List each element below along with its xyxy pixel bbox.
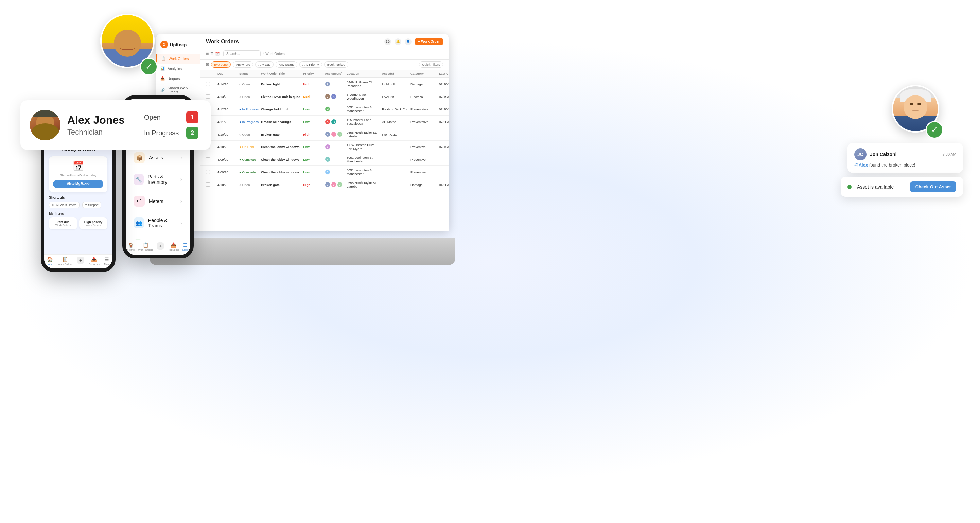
sidebar-item-analytics[interactable]: 📊 Analytics [156, 64, 200, 73]
wo-count: 4 Work Orders [262, 52, 285, 56]
phone2-menu-item-parts[interactable]: 🔧 Parts & Inventory › [129, 169, 188, 190]
filter-anywhere[interactable]: Anywhere [233, 61, 253, 68]
phone1-bottom-nav: 🏠 Home 📋 Work Orders + 📥 Requests ☰ More [44, 254, 112, 269]
row-location: 8051 Lexington St. Manchester [347, 105, 380, 113]
row-updated: 07/12/20 [439, 145, 449, 149]
table-row[interactable]: 4/10/20 ○ Open Broken gate High BCD 9655… [200, 128, 449, 141]
phone2-people-label: People & Teams [148, 218, 180, 228]
filter-card-high-priority[interactable]: High priority Work Orders [79, 218, 107, 229]
row-category: Electrical [410, 95, 438, 99]
assets-icon: 📦 [134, 152, 145, 163]
row-checkbox[interactable] [206, 157, 210, 161]
phone2-meters-label: Meters [149, 199, 164, 204]
phone2-menu-item-people[interactable]: 👥 People & Teams › [129, 213, 188, 233]
plus-icon[interactable]: + [77, 257, 84, 264]
filter-grid-icon[interactable]: ⊞ [206, 62, 209, 67]
alex-name: Alex Jones [67, 113, 137, 126]
row-due: 4/10/20 [218, 132, 238, 136]
table-row[interactable]: 4/13/20 ○ Open Fix the HVAC unit in quad… [200, 91, 449, 103]
phone2-nav-add[interactable]: + [157, 242, 164, 251]
row-priority: High [303, 132, 323, 136]
phone2-requests-icon: 📥 [170, 242, 177, 248]
phone1-nav-requests[interactable]: 📥 Requests [89, 257, 100, 266]
row-checkbox[interactable] [206, 94, 210, 99]
row-checkbox[interactable] [206, 183, 210, 186]
sidebar-item-work-orders[interactable]: 📋 Work Orders [156, 54, 200, 64]
table-row[interactable]: 4/12/20 ● In Progress Change forklift oi… [200, 103, 449, 116]
view-my-work-button[interactable]: View My Work [53, 180, 103, 188]
filter-bookmarked[interactable]: Bookmarked [324, 61, 348, 68]
alex-stats: Open 1 In Progress 2 [144, 111, 199, 139]
assignee-avatar: D [337, 182, 342, 187]
phone1-filter-cards: Past due Work Orders High priority Work … [49, 218, 107, 229]
filter-any-status[interactable]: Any Status [275, 61, 298, 68]
phone1-nav-more[interactable]: ☰ More [104, 257, 110, 266]
grid-view-icon[interactable]: ☰ [210, 52, 214, 56]
phone2-nav-wo[interactable]: 📋 Work Orders [138, 242, 153, 251]
assignee-avatar: C [331, 182, 336, 187]
filter-any-priority[interactable]: Any Priority [299, 61, 322, 68]
phone2-plus-icon[interactable]: + [157, 242, 164, 250]
row-title: Change forklift oil [261, 107, 302, 111]
row-checkbox[interactable] [206, 82, 210, 86]
row-status: ○ Open [239, 95, 259, 99]
table-row[interactable]: 4/09/20 ● Complete Clean the lobby windo… [200, 166, 449, 178]
phone1-nav-add[interactable]: + [77, 257, 84, 266]
table-row[interactable]: 4/10/20 ○ Open Broken gate High BCD 9655… [200, 178, 449, 191]
row-location: 8051 Lexington St. Manchester [347, 156, 380, 163]
phone1-nav-home[interactable]: 🏠 Home [46, 257, 53, 266]
phone2-menu-item-vendors[interactable]: 🛍 Vendors & Customers › [129, 234, 188, 240]
assignee-avatar: S [325, 144, 330, 149]
user-icon[interactable]: 👤 [405, 38, 412, 45]
wo-page-title: Work Orders [206, 39, 239, 45]
bell-icon[interactable]: 🔔 [395, 38, 401, 45]
assignee-avatar: B [325, 182, 330, 187]
phone1-cal-text: Start with what's due today [53, 174, 103, 177]
row-priority: High [303, 183, 323, 186]
table-row[interactable]: 4/14/20 ○ Open Broken light High A 8449 … [200, 78, 449, 91]
search-input[interactable] [223, 50, 261, 57]
shortcut-support[interactable]: ? Support [82, 202, 102, 208]
row-title: Fix the HVAC unit in quad [261, 95, 302, 99]
filter-past-due-title: Past due [52, 220, 75, 224]
list-view-icon[interactable]: ⊞ [206, 52, 209, 56]
alex-role: Technician [67, 128, 137, 137]
table-row[interactable]: 4/09/20 ● Complete Clean the lobby windo… [200, 153, 449, 166]
sidebar-item-shared-wo[interactable]: 🔗 Shared Work Orders [156, 83, 200, 97]
phone2-menu-item-meters[interactable]: ⏱ Meters › [129, 191, 188, 211]
row-checkbox[interactable] [206, 170, 210, 174]
upkeep-logo-icon: ⚙ [161, 41, 168, 48]
add-work-order-button[interactable]: + Work Order [415, 38, 443, 45]
assignee-avatar: R [325, 169, 330, 175]
checkout-asset-button[interactable]: Check-Out Asset [910, 181, 956, 192]
phone2-parts-left: 🔧 Parts & Inventory [134, 174, 180, 185]
col-updated: Last Updated [439, 72, 449, 75]
filter-any-day[interactable]: Any Day [255, 61, 274, 68]
phone2-nav-more[interactable]: ☰ More [183, 242, 189, 251]
calendar-view-icon[interactable]: 📅 [215, 52, 220, 56]
chat-time: 7:30 AM [943, 152, 956, 156]
alex-avatar [30, 110, 60, 140]
phone2-nav-requests[interactable]: 📥 Requests [167, 242, 179, 251]
table-row[interactable]: 4/11/20 ● In Progress Grease oil bearing… [200, 116, 449, 128]
row-location: 6 Vernon Ave. Woodhaven [347, 93, 380, 100]
table-row[interactable]: 4/10/20 ● On Hold Clean the lobby window… [200, 141, 449, 153]
filter-card-past-due[interactable]: Past due Work Orders [49, 218, 77, 229]
row-asset: AC Motor [382, 120, 409, 124]
phone2-nav-home[interactable]: 🏠 Home [127, 242, 135, 251]
shortcut-all-wo[interactable]: ⊞ All Work Orders [49, 202, 80, 208]
phone1-nav-work-orders[interactable]: 📋 Work Orders [58, 257, 72, 266]
phone2-menu-item-assets[interactable]: 📦 Assets › [129, 148, 188, 168]
phone2-parts-chevron: › [180, 176, 182, 183]
filter-everyone[interactable]: Everyone [211, 61, 231, 68]
sidebar-wo-label: Work Orders [169, 57, 189, 61]
headset-icon[interactable]: 🎧 [384, 38, 391, 45]
filter-high-priority-title: High priority [82, 220, 105, 224]
col-priority: Priority [303, 72, 323, 75]
assignee-avatar: B [325, 132, 330, 137]
quick-filters-btn[interactable]: Quick Filters [419, 61, 443, 68]
shortcut-support-icon: ? [85, 203, 87, 207]
row-category: Damage [410, 82, 438, 86]
row-location: 8449 N. Green Ct Pasadena [347, 80, 380, 88]
sidebar-item-requests[interactable]: 📥 Requests [156, 73, 200, 83]
